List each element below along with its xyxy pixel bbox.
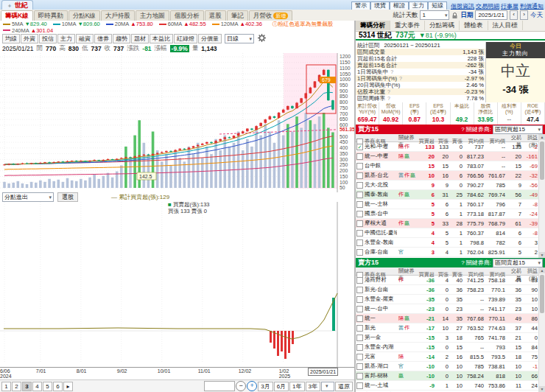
row-checkbox[interactable] xyxy=(356,363,363,370)
stat-days-select[interactable]: 1▾ xyxy=(420,10,449,20)
date-prev-button[interactable]: ‹ xyxy=(510,10,518,20)
table-row[interactable]: 永豐金-敦南451798.878263 xyxy=(356,238,539,248)
toolbar-link-個股資訊[interactable]: 個股資訊 xyxy=(451,3,474,10)
chart-toggle-題材[interactable]: 題材 xyxy=(131,34,149,43)
row-checkbox[interactable] xyxy=(356,354,363,360)
table-row[interactable]: 新光-台南-36036758.23770.13690 xyxy=(356,285,539,295)
tab-選股[interactable]: 選股 xyxy=(205,10,226,21)
table-row[interactable]: 統一-士林561760.177967-8 xyxy=(356,200,539,209)
table-row[interactable]: 凱基-湖口官-10010785738.8110-1 xyxy=(356,362,539,371)
page-button-5[interactable]: 5 xyxy=(43,382,52,391)
scroll-up-arrow[interactable]: ▲ xyxy=(539,134,545,140)
chart-toggle-主力[interactable]: 主力 xyxy=(57,34,75,43)
row-checkbox[interactable] xyxy=(356,220,363,227)
table-row[interactable]: 統一-台中-23023--741.172310 xyxy=(356,304,539,314)
goto-input[interactable] xyxy=(204,381,235,391)
tab-主力地圖[interactable]: 主力地圖 xyxy=(136,10,169,21)
scroll-thumb[interactable] xyxy=(540,141,544,180)
tab-重大事件[interactable]: 重大事件 xyxy=(390,21,425,30)
buy-table-scrollbar[interactable]: ▲▼ xyxy=(538,134,545,258)
row-checkbox[interactable] xyxy=(356,335,363,341)
tab-個股分析[interactable]: 個股分析 xyxy=(170,10,204,21)
row-checkbox[interactable] xyxy=(356,201,363,208)
row-checkbox[interactable] xyxy=(356,315,363,322)
lock-icon[interactable] xyxy=(451,12,458,19)
tab-體檢表[interactable]: 體檢表 xyxy=(460,21,488,30)
broker-flow-subchart[interactable] xyxy=(0,202,354,367)
scroll-down-arrow[interactable]: ▼ xyxy=(539,386,545,392)
row-checkbox[interactable] xyxy=(356,153,363,160)
table-row[interactable]: 統一-土城-9110740753.861124 xyxy=(356,381,539,391)
scroll-thumb[interactable] xyxy=(540,275,544,313)
table-row[interactable]: 第一金-15318765741.78210 xyxy=(356,333,539,343)
row-checkbox[interactable] xyxy=(356,182,363,189)
table-row[interactable]: 港商野村作-36440741.25758.184483 xyxy=(356,276,539,285)
buy-filter-select[interactable]: 區間買超15▾ xyxy=(493,125,543,134)
tab-筆記[interactable]: 筆記 xyxy=(227,10,248,21)
row-checkbox[interactable] xyxy=(356,192,363,198)
tab-分點籌碼[interactable]: 分點籌碼 xyxy=(425,21,460,30)
period-select[interactable]: 日線▾ xyxy=(225,34,254,43)
page-button-2[interactable]: 2 xyxy=(12,382,21,391)
table-row[interactable]: 元大-北投990790.277859-56 xyxy=(356,181,539,190)
page-button-1[interactable]: 1 xyxy=(1,382,11,391)
page-button-3[interactable]: 3 xyxy=(22,382,32,391)
table-row[interactable]: 新光當作-171027763.52774.633744 xyxy=(356,323,539,333)
table-row[interactable]: 永豐金-羅東-35035--739.893510 xyxy=(356,295,539,304)
chart-toggle-均線[interactable]: 均線 xyxy=(2,34,20,43)
range-select[interactable]: ▾ xyxy=(321,382,334,391)
tab-法人目標[interactable]: 法人目標 xyxy=(488,21,523,30)
range-button-3年[interactable]: 3年 xyxy=(306,382,320,391)
row-checkbox[interactable]: ✓ xyxy=(356,144,363,150)
row-checkbox[interactable] xyxy=(356,211,363,217)
chart-toggle-分價量[interactable]: 分價量 xyxy=(198,34,222,43)
tab-籌碼K線[interactable]: 籌碼K線 xyxy=(1,10,33,21)
chart-toggle-趨勢[interactable]: 趨勢 xyxy=(113,34,130,43)
page-button-4[interactable]: 4 xyxy=(32,382,42,391)
help-icon[interactable]: ? xyxy=(461,126,464,133)
date-input[interactable]: 2025/1/21 xyxy=(475,10,507,20)
row-checkbox[interactable] xyxy=(356,373,363,379)
chart-toggle-紅綠燈[interactable]: 紅綠燈 xyxy=(174,34,197,43)
restore-button[interactable]: 還原 xyxy=(335,382,353,391)
chart-toggle-外資[interactable]: 外資 xyxy=(21,34,38,43)
row-checkbox[interactable] xyxy=(356,163,363,169)
subchart-indicator-select[interactable]: 分點進出▾ xyxy=(2,192,54,202)
row-checkbox[interactable] xyxy=(356,296,363,303)
zoom-in-button[interactable]: + xyxy=(247,381,257,391)
table-row[interactable]: 國票-台中561773.18817.877-24 xyxy=(356,209,539,219)
page-button-6[interactable]: 6 xyxy=(53,382,63,391)
scroll-down-arrow[interactable]: ▼ xyxy=(539,252,545,258)
row-checkbox[interactable] xyxy=(356,287,363,293)
scroll-up-arrow[interactable]: ▲ xyxy=(539,267,545,273)
table-row[interactable]: 摩根大通作贏53328775.79768.7961-39 xyxy=(356,219,539,228)
tab-籌碼分析[interactable]: 籌碼分析 xyxy=(356,21,390,30)
row-checkbox[interactable] xyxy=(356,344,363,351)
range-button-6月[interactable]: 6月 xyxy=(274,382,289,391)
tab-大戶持股[interactable]: 大戶持股 xyxy=(101,10,135,21)
table-row[interactable]: 合庫-台南官341762.04825.9152 xyxy=(356,248,539,257)
toolbar-link-交易明細[interactable]: 交易明細 xyxy=(476,3,499,10)
help-icon[interactable]: ? xyxy=(390,69,393,74)
sell-filter-select[interactable]: 區間賣超15▾ xyxy=(493,259,543,267)
table-row[interactable]: ✓光和-中壢隔作1331330737--133-2 xyxy=(356,142,539,152)
chart-toggle-本益比[interactable]: 本益比 xyxy=(150,34,173,43)
row-checkbox[interactable] xyxy=(356,325,363,332)
table-row[interactable]: 富邦-樹林贏-10010758.248181066 xyxy=(356,371,539,381)
sell-table-scrollbar[interactable]: ▲▼ xyxy=(538,267,545,392)
stock-window-tab[interactable]: ＋ 世紀 xyxy=(1,0,33,10)
table-row[interactable]: 中國信託-慶城451760.378146-8 xyxy=(356,228,539,238)
table-row[interactable]: 永豐金-內湖-15015--7931584 xyxy=(356,343,539,352)
table-row[interactable]: 國泰-敦南作贏63125784.62769.7456-49 xyxy=(356,190,539,200)
table-row[interactable]: 元富隔-14216815.5793.51875 xyxy=(356,352,539,362)
row-checkbox[interactable] xyxy=(356,382,363,389)
page-button-▸[interactable]: ▸ xyxy=(63,382,73,391)
range-button-1年[interactable]: 1年 xyxy=(289,382,304,391)
chart-toggle-借券[interactable]: 借券 xyxy=(94,34,112,43)
help-icon[interactable]: ? xyxy=(461,259,464,266)
row-checkbox[interactable] xyxy=(356,172,363,179)
tab-月營收[interactable]: 月營收新增 xyxy=(249,10,293,21)
table-row[interactable]: 台中銀15150783.07--15-69 xyxy=(356,161,539,171)
row-checkbox[interactable] xyxy=(356,239,363,246)
help-icon[interactable]: ? xyxy=(387,96,390,101)
